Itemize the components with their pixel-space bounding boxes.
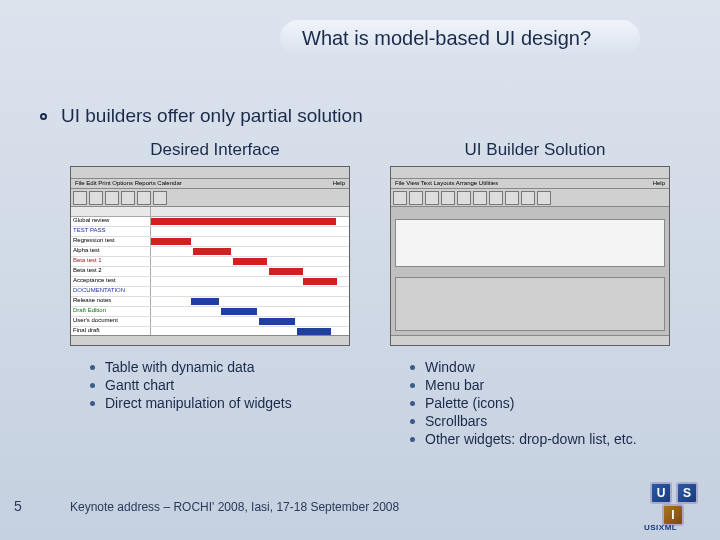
list-item-text: Gantt chart	[105, 377, 174, 393]
mock-titlebar	[391, 167, 669, 179]
bullet-icon	[410, 365, 415, 370]
bullet-icon	[90, 365, 95, 370]
bullet-icon	[90, 401, 95, 406]
gantt-label: TEST PASS	[71, 227, 151, 236]
gantt-bar	[233, 258, 267, 265]
gantt-row: DOCUMENTATION	[71, 287, 349, 297]
logo-block: S	[676, 482, 698, 504]
tool-icon	[409, 191, 423, 205]
gantt-bar	[191, 298, 219, 305]
tool-icon	[105, 191, 119, 205]
left-heading: Desired Interface	[70, 140, 360, 160]
gantt-label: Release notes	[71, 297, 151, 306]
tool-icon	[457, 191, 471, 205]
list-item: Window	[410, 358, 680, 376]
list-item: Direct manipulation of widgets	[90, 394, 360, 412]
mock-menu-right: Help	[333, 180, 345, 187]
gantt-row: Beta test 2	[71, 267, 349, 277]
main-bullet: UI builders offer only partial solution	[40, 105, 363, 127]
gantt-row: Acceptance test	[71, 277, 349, 287]
mock-canvas	[395, 219, 665, 267]
list-item: Other widgets: drop-down list, etc.	[410, 430, 680, 448]
gantt-label: DOCUMENTATION	[71, 287, 151, 296]
gantt-label: Draft Edition	[71, 307, 151, 316]
gantt-chart: Global reviewTEST PASSRegression testAlp…	[71, 207, 349, 335]
bullet-icon	[410, 401, 415, 406]
right-heading: UI Builder Solution	[390, 140, 680, 160]
bullet-icon	[90, 383, 95, 388]
list-item: Menu bar	[410, 376, 680, 394]
gantt-row: User's document	[71, 317, 349, 327]
bullet-icon	[410, 419, 415, 424]
gantt-row: Final draft	[71, 327, 349, 335]
tool-icon	[441, 191, 455, 205]
tool-icon	[121, 191, 135, 205]
right-column: UI Builder Solution File View Text Layou…	[390, 140, 680, 448]
logo-block: U	[650, 482, 672, 504]
gantt-label: Acceptance test	[71, 277, 151, 286]
gantt-label: Beta test 2	[71, 267, 151, 276]
gantt-bar	[193, 248, 231, 255]
main-bullet-text: UI builders offer only partial solution	[61, 105, 363, 127]
list-item-text: Window	[425, 359, 475, 375]
gantt-row: Release notes	[71, 297, 349, 307]
desired-interface-screenshot: File Edit Print Options Reports Calendar…	[70, 166, 350, 346]
left-column: Desired Interface File Edit Print Option…	[70, 140, 360, 448]
gantt-bar	[303, 278, 337, 285]
gantt-label: User's document	[71, 317, 151, 326]
footer-text: Keynote address – ROCHI' 2008, Iasi, 17-…	[70, 500, 399, 514]
list-item: Scrollbars	[410, 412, 680, 430]
list-item-text: Other widgets: drop-down list, etc.	[425, 431, 637, 447]
tool-icon	[153, 191, 167, 205]
gantt-bar	[259, 318, 295, 325]
gantt-bar	[297, 328, 331, 335]
tool-icon	[73, 191, 87, 205]
tool-icon	[393, 191, 407, 205]
list-item: Palette (icons)	[410, 394, 680, 412]
list-item-text: Direct manipulation of widgets	[105, 395, 292, 411]
tool-icon	[521, 191, 535, 205]
mock-toolbar	[71, 189, 349, 207]
tool-icon	[537, 191, 551, 205]
gantt-bar	[151, 218, 336, 225]
gantt-bar	[221, 308, 257, 315]
gantt-row: Draft Edition	[71, 307, 349, 317]
tool-icon	[137, 191, 151, 205]
gantt-bar	[151, 238, 191, 245]
gantt-label: Alpha test	[71, 247, 151, 256]
bullet-icon	[410, 437, 415, 442]
gantt-row: TEST PASS	[71, 227, 349, 237]
gantt-label: Regression test	[71, 237, 151, 246]
gantt-label: Global review	[71, 217, 151, 226]
gantt-row: Beta test 1	[71, 257, 349, 267]
tool-icon	[425, 191, 439, 205]
page-number: 5	[14, 498, 22, 514]
list-item-text: Scrollbars	[425, 413, 487, 429]
mock-toolbar	[391, 189, 669, 207]
tool-icon	[489, 191, 503, 205]
list-item: Table with dynamic data	[90, 358, 360, 376]
list-item-text: Table with dynamic data	[105, 359, 254, 375]
tool-icon	[505, 191, 519, 205]
gantt-row: Alpha test	[71, 247, 349, 257]
mock-statusbar	[391, 335, 669, 345]
tool-icon	[473, 191, 487, 205]
right-bullets: WindowMenu barPalette (icons)ScrollbarsO…	[410, 358, 680, 448]
tool-icon	[89, 191, 103, 205]
logo-text: USIXML	[644, 523, 677, 532]
two-column-region: Desired Interface File Edit Print Option…	[70, 140, 680, 448]
gantt-label: Beta test 1	[71, 257, 151, 266]
builder-solution-screenshot: File View Text Layouts Arrange Utilities…	[390, 166, 670, 346]
list-item-text: Palette (icons)	[425, 395, 514, 411]
mock-panel	[395, 277, 665, 331]
slide-title: What is model-based UI design?	[280, 20, 640, 57]
list-item-text: Menu bar	[425, 377, 484, 393]
mock-menubar: File View Text Layouts Arrange Utilities…	[391, 179, 669, 189]
gantt-label: Final draft	[71, 327, 151, 335]
gantt-bar	[269, 268, 303, 275]
list-item: Gantt chart	[90, 376, 360, 394]
mock-titlebar	[71, 167, 349, 179]
mock-menubar: File Edit Print Options Reports Calendar…	[71, 179, 349, 189]
mock-statusbar	[71, 335, 349, 345]
usixml-logo: U S I USIXML	[642, 482, 706, 530]
